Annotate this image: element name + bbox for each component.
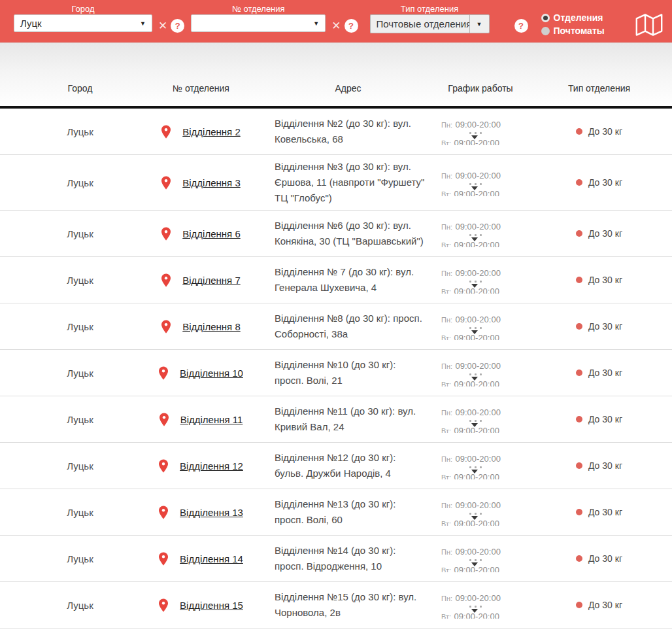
mode-radio-group: Отделения Почтоматы: [541, 12, 605, 36]
schedule-block: Пн: 09:00-20:00 Вт: 09:00-20:00: [441, 499, 520, 526]
city-select[interactable]: Луцк ▼: [14, 14, 152, 32]
schedule-cell: Пн: 09:00-20:00 Вт: 09:00-20:00: [435, 169, 526, 196]
schedule-expand-caret-icon[interactable]: [471, 609, 478, 613]
table-row: Луцьк Відділення 3 Відділення №3 (до 30 …: [0, 155, 672, 211]
schedule-block: Пн: 09:00-20:00 Вт: 09:00-20:00: [441, 406, 520, 433]
type-label: До 30 кг: [588, 126, 622, 137]
schedule-cell: Пн: 09:00-20:00 Вт: 09:00-20:00: [435, 118, 526, 145]
map-pin-icon[interactable]: [161, 227, 171, 241]
map-pin-icon[interactable]: [161, 273, 171, 287]
schedule-block: Пн: 09:00-20:00 Вт: 09:00-20:00: [441, 360, 520, 387]
schedule-cell: Пн: 09:00-20:00 Вт: 09:00-20:00: [435, 406, 526, 433]
schedule-line-1: Пн: 09:00-20:00: [441, 592, 520, 604]
schedule-day: Пн:: [441, 594, 452, 602]
city-cell: Луцьк: [0, 321, 141, 332]
type-cell: До 30 кг: [526, 126, 672, 137]
map-pin-icon[interactable]: [159, 366, 168, 380]
map-pin-icon[interactable]: [159, 598, 168, 612]
schedule-cell: Пн: 09:00-20:00 Вт: 09:00-20:00: [435, 499, 526, 526]
office-link[interactable]: Відділення 2: [182, 126, 240, 137]
type-filter-label: Тип отделения: [370, 3, 490, 14]
schedule-expand-caret-icon[interactable]: [471, 284, 478, 288]
column-header-address: Адрес: [261, 83, 435, 94]
schedule-expand-caret-icon[interactable]: [471, 135, 478, 139]
office-link[interactable]: Відділення 13: [180, 507, 243, 518]
office-clear-icon[interactable]: ✕: [331, 20, 341, 31]
office-link[interactable]: Відділення 8: [182, 321, 240, 332]
weight-status-dot-icon: [576, 602, 582, 608]
schedule-expand-caret-icon[interactable]: [471, 470, 478, 473]
address-cell: Відділення № 7 (до 30 кг): вул. Генерала…: [261, 264, 426, 296]
office-cell: Відділення 12: [141, 459, 261, 473]
schedule-expand-caret-icon[interactable]: [471, 562, 478, 566]
map-pin-icon[interactable]: [161, 320, 171, 334]
schedule-time: 09:00-20:00: [456, 593, 501, 603]
chevron-down-icon: ▼: [140, 20, 146, 27]
schedule-line-2: Вт: 09:00-20:00: [441, 424, 520, 433]
city-filter-label: Город: [14, 3, 152, 14]
schedule-block: Пн: 09:00-20:00 Вт: 09:00-20:00: [441, 169, 520, 196]
schedule-expand-caret-icon[interactable]: [471, 423, 478, 427]
schedule-line-1: Пн: 09:00-20:00: [441, 406, 520, 418]
type-select[interactable]: Почтовые отделения ▼: [370, 14, 490, 33]
map-pin-icon[interactable]: [161, 176, 171, 190]
schedule-day: Вт:: [441, 473, 451, 479]
office-link[interactable]: Відділення 14: [180, 553, 243, 564]
map-pin-icon[interactable]: [159, 506, 168, 519]
office-cell: Відділення 13: [141, 506, 261, 519]
office-link[interactable]: Відділення 12: [180, 460, 243, 472]
weight-status-dot-icon: [576, 230, 582, 237]
schedule-day: Пн:: [441, 455, 452, 463]
schedule-line-1: Пн: 09:00-20:00: [441, 313, 520, 325]
office-link[interactable]: Відділення 7: [182, 275, 240, 286]
schedule-block: Пн: 09:00-20:00 Вт: 09:00-20:00: [441, 545, 520, 572]
schedule-day: Пн:: [441, 409, 452, 417]
address-cell: Відділення №15 (до 30 кг): вул. Чорновол…: [261, 589, 426, 621]
map-pin-icon[interactable]: [159, 459, 168, 473]
city-select-value: Луцк: [20, 18, 42, 29]
radio-option-label: Отделения: [554, 12, 603, 23]
schedule-day: Пн:: [441, 502, 452, 509]
address-cell: Відділення №2 (до 30 кг): вул. Ковельськ…: [261, 116, 426, 147]
office-link[interactable]: Відділення 6: [182, 228, 240, 239]
office-link[interactable]: Відділення 3: [182, 177, 240, 188]
office-link[interactable]: Відділення 11: [180, 414, 243, 425]
city-clear-icon[interactable]: ✕: [158, 20, 167, 31]
office-select[interactable]: ▼: [191, 14, 326, 32]
schedule-expand-caret-icon[interactable]: [471, 330, 478, 334]
address-cell: Відділення №6 (до 30 кг): вул. Конякіна,…: [261, 218, 426, 249]
schedule-line-1: Пн: 09:00-20:00: [441, 499, 520, 511]
weight-status-dot-icon: [576, 323, 582, 330]
schedule-day: Вт:: [441, 190, 451, 196]
weight-status-dot-icon: [576, 128, 582, 135]
schedule-expand-caret-icon[interactable]: [471, 516, 478, 520]
radio-option-offices[interactable]: Отделения: [541, 12, 605, 23]
chevron-down-icon[interactable]: ▼: [469, 14, 490, 33]
table-row: Луцьк Відділення 2 Відділення №2 (до 30 …: [0, 109, 672, 155]
schedule-expand-caret-icon[interactable]: [471, 237, 478, 241]
schedule-time: 09:00-20:00: [456, 454, 501, 464]
type-cell: До 30 кг: [526, 460, 672, 471]
type-help-icon[interactable]: ?: [514, 19, 528, 33]
office-link[interactable]: Відділення 10: [180, 368, 243, 379]
city-help-icon[interactable]: ?: [171, 19, 184, 33]
map-pin-icon[interactable]: [160, 413, 169, 426]
address-cell: Відділення №14 (до 30 кг): просп. Відрод…: [261, 543, 426, 574]
type-filter-group: Тип отделения Почтовые отделения ▼: [370, 3, 490, 33]
schedule-line-2: Вт: 09:00-20:00: [441, 137, 520, 145]
table-row: Луцьк Відділення 10 Відділення №10 (до 3…: [0, 350, 672, 396]
schedule-expand-caret-icon[interactable]: [471, 186, 478, 190]
schedule-time: 09:00-20:00: [456, 407, 501, 417]
map-pin-icon[interactable]: [161, 125, 171, 139]
schedule-expand-caret-icon[interactable]: [471, 377, 478, 381]
office-link[interactable]: Відділення 15: [180, 600, 243, 611]
schedule-cell: Пн: 09:00-20:00 Вт: 09:00-20:00: [435, 267, 526, 294]
schedule-line-1: Пн: 09:00-20:00: [441, 169, 520, 181]
map-pin-icon[interactable]: [159, 552, 168, 566]
office-help-icon[interactable]: ?: [344, 19, 358, 33]
schedule-line-2: Вт: 09:00-20:00: [441, 239, 520, 247]
map-view-button[interactable]: [635, 13, 664, 39]
schedule-block: Пн: 09:00-20:00 Вт: 09:00-20:00: [441, 118, 520, 145]
radio-option-postomats[interactable]: Почтоматы: [541, 26, 605, 36]
schedule-cell: Пн: 09:00-20:00 Вт: 09:00-20:00: [435, 592, 526, 619]
